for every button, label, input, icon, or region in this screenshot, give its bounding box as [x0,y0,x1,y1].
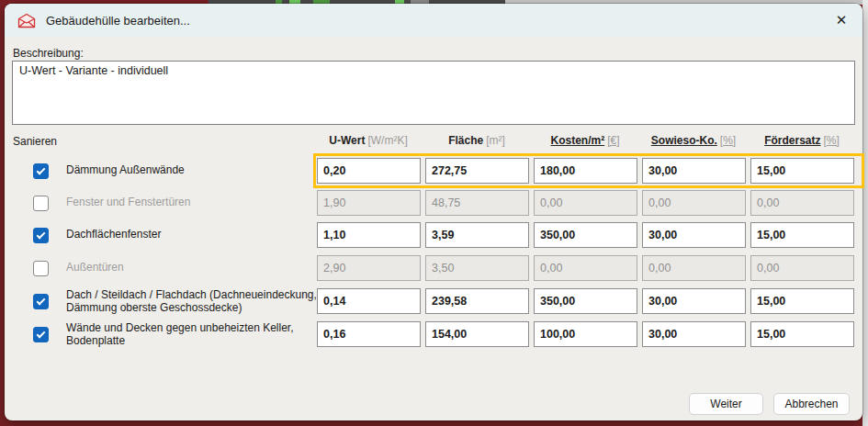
kosten-input[interactable] [534,288,637,314]
sanieren-label: Sanieren [13,135,57,148]
beschreibung-label: Beschreibung: [13,47,84,60]
u-wert-input[interactable] [317,222,421,248]
sowieso-ko-input[interactable] [642,255,746,281]
kosten-input[interactable] [534,222,637,248]
column-header-kosten[interactable]: Kosten/m²[€] [530,134,640,147]
kosten-input[interactable] [534,190,637,216]
row-label: Außentüren [66,262,321,275]
column-header-foerdersatz[interactable]: Fördersatz[%] [747,134,857,147]
table-row: Dämmung Außenwände [5,158,862,184]
table-row: Dach / Steildach / Flachdach (Dachneuein… [5,288,862,314]
sanieren-checkbox[interactable] [33,163,49,179]
column-header-u-wert: U-Wert[W/m²K] [313,134,423,147]
foerdersatz-input[interactable] [750,222,854,248]
flaeche-input[interactable] [425,288,529,314]
sanieren-checkbox[interactable] [33,228,49,243]
flaeche-input[interactable] [425,222,529,248]
foerdersatz-input[interactable] [750,190,854,216]
u-wert-input[interactable] [317,321,421,347]
flaeche-input[interactable] [425,190,529,216]
row-label: Wände und Decken gegen unbeheizten Kelle… [66,322,321,347]
sanieren-checkbox[interactable] [33,327,49,342]
sowieso-ko-input[interactable] [642,190,746,216]
row-label: Dach / Steildach / Flachdach (Dachneuein… [66,289,321,314]
abbrechen-button[interactable]: Abbrechen [773,393,850,415]
sowieso-ko-input[interactable] [642,321,746,347]
table-row: Außentüren [5,255,862,281]
beschreibung-textarea[interactable]: U-Wert - Variante - individuell [12,61,855,125]
sowieso-ko-input[interactable] [642,288,746,314]
foerdersatz-input[interactable] [750,321,854,347]
u-wert-input[interactable] [317,158,421,184]
foerdersatz-input[interactable] [750,255,854,281]
u-wert-input[interactable] [317,255,421,281]
sanieren-checkbox[interactable] [33,294,49,309]
foerdersatz-input[interactable] [750,158,854,184]
check-icon [37,230,46,240]
table-row: Dachflächenfenster [5,222,862,248]
kosten-input[interactable] [534,255,637,281]
row-label: Dämmung Außenwände [66,164,321,177]
flaeche-input[interactable] [425,255,529,281]
dialog-gebaeudehuelle: Gebäudehülle bearbeiten... ✕ Beschreibun… [5,4,862,420]
background-app: Gebäudehülle bearbeiten... ✕ Beschreibun… [0,0,868,426]
flaeche-input[interactable] [425,158,529,184]
table-row: Wände und Decken gegen unbeheizten Kelle… [5,321,862,347]
table-row: Fenster und Fenstertüren [5,190,862,216]
row-label: Dachflächenfenster [66,229,321,241]
row-label: Fenster und Fenstertüren [66,196,321,209]
foerdersatz-input[interactable] [750,288,854,314]
u-wert-input[interactable] [317,288,421,314]
check-icon [37,297,46,306]
kosten-input[interactable] [534,321,637,347]
column-header-sowieso-ko[interactable]: Sowieso-Ko.[%] [638,134,749,147]
check-icon [37,166,46,175]
sanieren-checkbox[interactable] [33,196,49,211]
titlebar[interactable]: Gebäudehülle bearbeiten... ✕ [5,4,862,37]
flaeche-input[interactable] [425,321,529,347]
close-icon[interactable]: ✕ [830,10,852,30]
column-header-flaeche: Fläche[m²] [422,134,532,147]
window-title: Gebäudehülle bearbeiten... [46,14,190,28]
check-icon [37,330,46,339]
sowieso-ko-input[interactable] [642,222,746,248]
sowieso-ko-input[interactable] [642,158,746,184]
weiter-button[interactable]: Weiter [689,393,763,415]
envelope-icon [17,13,36,28]
sanieren-checkbox[interactable] [33,261,49,276]
background-right-sliver [862,0,868,426]
kosten-input[interactable] [534,158,637,184]
u-wert-input[interactable] [317,190,421,216]
